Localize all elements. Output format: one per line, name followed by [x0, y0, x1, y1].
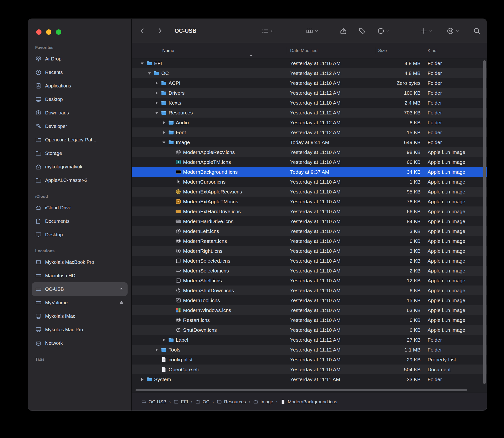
sidebar-item-mykola-s-macbook-pro[interactable]: Mykola’s MacBook Pro: [32, 255, 127, 269]
file-row-modernshutdown-icns[interactable]: ModernShutDown.icnsYesterday at 11:10 AM…: [132, 285, 487, 295]
file-name: Resources: [169, 110, 193, 116]
sidebar-item-documents[interactable]: Documents: [32, 214, 127, 228]
file-row-config-plist[interactable]: config.plistYesterday at 11:10 AM29 KBPr…: [132, 355, 487, 364]
disclosure-triangle[interactable]: [154, 110, 159, 115]
group-button[interactable]: [306, 25, 319, 37]
sidebar-item-desktop[interactable]: Desktop: [32, 93, 127, 106]
disclosure-triangle[interactable]: [154, 100, 159, 105]
file-row-modernleft-icns[interactable]: ModernLeft.icnsYesterday at 11:10 AM3 KB…: [132, 226, 487, 236]
file-name: ModernLeft.icns: [183, 228, 219, 234]
tool-square-icon: [175, 297, 181, 303]
sidebar-item-macintosh-hd[interactable]: Macintosh HD: [32, 269, 127, 282]
file-row-kexts[interactable]: KextsYesterday at 11:10 AM2.4 MBFolder: [132, 98, 487, 108]
horizontal-scrollbar-thumb[interactable]: [136, 389, 467, 391]
sidebar-item-myvolume[interactable]: MyVolume: [32, 296, 127, 309]
sidebar-item-opencore-legacy-pat[interactable]: Opencore-Legacy-Pat...: [32, 133, 127, 146]
file-row-moderncursor-icns[interactable]: ModernCursor.icnsYesterday at 11:10 AM1 …: [132, 177, 487, 187]
file-row-modernrestart-icns[interactable]: ModernRestart.icnsYesterday at 11:10 AM6…: [132, 236, 487, 246]
breadcrumb-image[interactable]: Image: [253, 399, 273, 405]
file-row-modernshell-icns[interactable]: ModernShell.icnsYesterday at 11:10 AM12 …: [132, 276, 487, 285]
account-button[interactable]: [447, 25, 459, 37]
file-row-resources[interactable]: ResourcesYesterday at 11:12 AM703 KBFold…: [132, 108, 487, 118]
file-row-modernextappletm-icns[interactable]: ModernExtAppleTM.icnsYesterday at 11:10 …: [132, 197, 487, 207]
column-header-kind[interactable]: Kind: [424, 48, 487, 53]
file-row-modernextapplerecv-icns[interactable]: ModernExtAppleRecv.icnsYesterday at 11:1…: [132, 187, 487, 197]
file-row-modernapplerecv-icns[interactable]: ModernAppleRecv.icnsYesterday at 11:10 A…: [132, 147, 487, 157]
forward-button[interactable]: [157, 25, 163, 37]
sidebar-item-applealc-master-2[interactable]: AppleALC-master-2: [32, 174, 127, 187]
breadcrumb-modernbackground-icns[interactable]: ModernBackground.icns: [280, 399, 337, 405]
file-row-efi[interactable]: EFIYesterday at 11:16 AM4.8 MBFolder: [132, 58, 487, 68]
column-header-size[interactable]: Size: [376, 48, 424, 53]
file-row-opencore-efi[interactable]: OpenCore.efiYesterday at 11:10 AM504 KBD…: [132, 364, 487, 374]
breadcrumb-resources[interactable]: Resources: [217, 399, 246, 405]
breadcrumb-separator: ›: [212, 399, 214, 405]
minimize-window-button[interactable]: [46, 29, 51, 35]
file-row-audio[interactable]: AudioYesterday at 11:12 AM6 KBFolder: [132, 118, 487, 127]
file-row-modernselector-icns[interactable]: ModernSelector.icnsYesterday at 11:10 AM…: [132, 266, 487, 276]
file-row-modernbackground-icns[interactable]: ModernBackground.icnsToday at 9:37 AM34 …: [132, 167, 487, 177]
file-row-modernwindows-icns[interactable]: ModernWindows.icnsYesterday at 11:10 AM6…: [132, 305, 487, 315]
eject-icon[interactable]: [119, 286, 124, 292]
tags-button[interactable]: [358, 25, 366, 37]
file-row-image[interactable]: ImageToday at 9:41 AM649 KBFolder: [132, 137, 487, 147]
disclosure-triangle[interactable]: [161, 140, 166, 145]
file-row-modernextharddrive-icns[interactable]: ModernExtHardDrive.icnsYesterday at 11:1…: [132, 207, 487, 216]
sidebar-item-airdrop[interactable]: AirDrop: [32, 52, 127, 66]
column-header-date-modified[interactable]: Date Modified: [286, 48, 376, 53]
sidebar-item-developer[interactable]: Developer: [32, 120, 127, 133]
disclosure-triangle[interactable]: [140, 61, 145, 66]
file-row-modernappletm-icns[interactable]: ModernAppleTM.icnsYesterday at 11:10 AM6…: [132, 157, 487, 167]
file-row-modernharddrive-icns[interactable]: ModernHardDrive.icnsYesterday at 11:10 A…: [132, 216, 487, 226]
column-header-name[interactable]: Name: [132, 48, 286, 53]
disclosure-triangle[interactable]: [161, 120, 166, 125]
view-button[interactable]: [261, 25, 274, 37]
sidebar-item-mykola-s-mac-pro[interactable]: Mykola’s Mac Pro: [32, 323, 127, 336]
disclosure-triangle[interactable]: [140, 377, 145, 382]
sidebar-item-mykola-s-imac[interactable]: Mykola’s iMac: [32, 309, 127, 323]
sidebar-item-recents[interactable]: Recents: [32, 66, 127, 79]
file-row-modernselected-icns[interactable]: ModernSelected.icnsYesterday at 11:10 AM…: [132, 256, 487, 266]
vertical-scrollbar-thumb[interactable]: [483, 60, 486, 384]
column-divider[interactable]: [424, 47, 424, 54]
breadcrumb-efi[interactable]: EFI: [174, 399, 188, 405]
column-divider[interactable]: [376, 47, 376, 54]
eject-icon[interactable]: [119, 300, 124, 306]
file-row-shutdown-icns[interactable]: ShutDown.icnsYesterday at 11:10 AM6 KBAp…: [132, 325, 487, 335]
file-row-oc[interactable]: OCYesterday at 11:12 AM4.8 MBFolder: [132, 68, 487, 78]
file-row-modernright-icns[interactable]: ModernRight.icnsYesterday at 11:10 AM3 K…: [132, 246, 487, 256]
breadcrumb-oc[interactable]: OC: [195, 399, 210, 405]
file-row-restart-icns[interactable]: Restart.icnsYesterday at 11:10 AM6 KBApp…: [132, 315, 487, 325]
add-button[interactable]: [420, 25, 433, 37]
disclosure-triangle[interactable]: [161, 338, 166, 342]
file-kind: Apple i...n image: [424, 169, 487, 175]
file-row-moderntool-icns[interactable]: ModernTool.icnsYesterday at 11:10 AM15 K…: [132, 295, 487, 305]
sidebar-item-mykolagrymalyuk[interactable]: mykolagrymalyuk: [32, 160, 127, 174]
file-row-drivers[interactable]: DriversYesterday at 11:12 AM100 KBFolder: [132, 88, 487, 98]
file-row-label[interactable]: LabelYesterday at 11:12 AM27 KBFolder: [132, 335, 487, 345]
file-row-tools[interactable]: ToolsYesterday at 11:12 AM1.1 MBFolder: [132, 345, 487, 355]
disclosure-triangle[interactable]: [154, 81, 159, 86]
sidebar-item-downloads[interactable]: Downloads: [32, 106, 127, 120]
sidebar-item-oc-usb[interactable]: OC-USB: [32, 282, 127, 296]
file-row-system[interactable]: SystemYesterday at 11:11 AM33 KBFolder: [132, 374, 487, 384]
breadcrumb-oc-usb[interactable]: OC-USB: [141, 399, 166, 405]
file-row-acpi[interactable]: ACPIYesterday at 11:10 AMZero bytesFolde…: [132, 78, 487, 88]
zoom-window-button[interactable]: [56, 29, 61, 35]
sidebar-item-icloud-drive[interactable]: iCloud Drive: [32, 201, 127, 214]
more-button[interactable]: [377, 25, 390, 37]
disclosure-triangle[interactable]: [154, 347, 159, 352]
disclosure-triangle[interactable]: [154, 91, 159, 95]
sidebar-item-storage[interactable]: Storage: [32, 146, 127, 160]
share-button[interactable]: [340, 25, 347, 37]
sidebar-item-applications[interactable]: Applications: [32, 79, 127, 93]
close-window-button[interactable]: [36, 29, 42, 35]
sidebar-item-desktop[interactable]: Desktop: [32, 228, 127, 241]
search-button[interactable]: [473, 25, 481, 37]
disclosure-triangle[interactable]: [161, 130, 166, 135]
file-row-font[interactable]: FontYesterday at 11:12 AM15 KBFolder: [132, 127, 487, 137]
column-divider[interactable]: [286, 47, 286, 54]
back-button[interactable]: [139, 25, 146, 37]
sidebar-item-network[interactable]: Network: [32, 336, 127, 350]
disclosure-triangle[interactable]: [147, 71, 152, 76]
